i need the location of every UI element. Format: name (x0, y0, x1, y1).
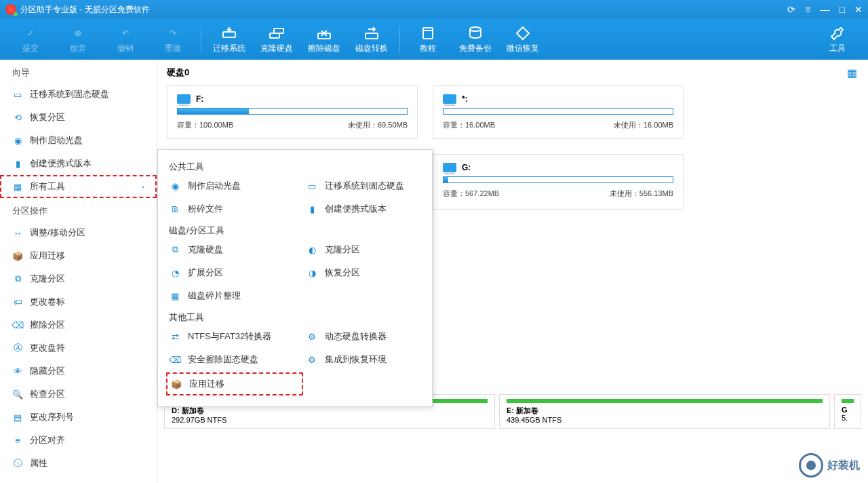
fly-migrate-ssd[interactable]: ▭迁移系统到固态硬盘 (295, 174, 432, 197)
sidebar-item-wipe-part[interactable]: ⌫擦除分区 (0, 313, 157, 336)
ops-header: 分区操作 (0, 198, 157, 221)
grid-icon: ▦ (12, 181, 23, 192)
flyout-section-other: 其他工具 (158, 307, 432, 325)
backup-button[interactable]: 免费备份 (452, 25, 499, 54)
clone-disk-button[interactable]: 克隆硬盘 (253, 25, 300, 54)
sidebar-item-boot-disc[interactable]: ◉制作启动光盘 (0, 129, 157, 152)
sidebar-item-change-label[interactable]: 🏷更改卷标 (0, 290, 157, 313)
undo-icon: ↶ (117, 25, 134, 41)
capacity-label: 容量：100.00MB (177, 120, 233, 130)
wipe-button[interactable]: 擦除磁盘 (300, 25, 348, 54)
tutorial-button[interactable]: 教程 (404, 25, 452, 54)
sidebar-item-migrate-ssd[interactable]: ▭迁移系统到固态硬盘 (0, 83, 157, 106)
fly-clone-disk[interactable]: ⧉克隆硬盘 (158, 238, 295, 261)
disk-icon (177, 94, 191, 104)
watermark: 好装机 (799, 453, 860, 478)
window-title: 分区助手专业版 - 无损分区免费软件 (20, 4, 787, 16)
sidebar-item-all-tools[interactable]: ▦所有工具› (0, 175, 157, 198)
check-icon: ✓ (22, 25, 39, 41)
redo-icon: ↷ (165, 25, 181, 41)
sidebar-item-app-migrate[interactable]: 📦应用迁移 (0, 244, 157, 267)
commit-button[interactable]: ✓提交 (7, 25, 54, 54)
serial-icon: ▤ (12, 412, 23, 423)
recover-icon: ◑ (306, 267, 318, 279)
partition-card[interactable]: *: 容量：16.00MB未使用：16.00MB (433, 85, 684, 139)
fly-boot-disc[interactable]: ◉制作启动光盘 (158, 174, 295, 197)
sidebar-item-recover[interactable]: ⟲恢复分区 (0, 106, 157, 129)
partition-card[interactable]: F: 容量：100.00MB未使用：69.50MB (167, 85, 418, 139)
disk-icon (443, 163, 456, 172)
hide-icon: 👁 (12, 366, 23, 376)
wrench-icon (829, 25, 846, 41)
fly-ntfs-fat[interactable]: ⇄NTFS与FAT32转换器 (158, 325, 295, 348)
sidebar-item-check[interactable]: 🔍检查分区 (0, 383, 157, 406)
partition-name: *: (462, 94, 468, 104)
menu-icon[interactable]: ≡ (805, 4, 810, 15)
letter-icon: Ⓐ (12, 343, 23, 353)
titlebar: 分区助手专业版 - 无损分区免费软件 ⟳ ≡ — □ ✕ (0, 0, 868, 19)
usage-bar (443, 176, 673, 183)
flyout-section-disk: 磁盘/分区工具 (158, 220, 432, 238)
wizard-header: 向导 (0, 60, 157, 83)
fly-app-migrate[interactable]: 📦应用迁移 (166, 372, 303, 395)
wechat-recover-button[interactable]: 微信恢复 (499, 25, 547, 54)
book-icon (420, 25, 436, 41)
app-logo-icon (5, 4, 16, 15)
undo-button[interactable]: ↶撤销 (102, 25, 149, 54)
partition-card[interactable]: G: 容量：567.22MB未使用：556.13MB (433, 154, 684, 210)
fly-clone-part[interactable]: ◐克隆分区 (295, 238, 432, 261)
wipe-icon (316, 25, 332, 41)
wechat-icon (515, 25, 531, 41)
capacity-label: 容量：567.22MB (443, 189, 499, 199)
sidebar-item-serial[interactable]: ▤更改序列号 (0, 406, 157, 429)
disk-strip-item[interactable]: E: 新加卷439.45GB NTFS (499, 394, 830, 429)
fly-recover[interactable]: ◑恢复分区 (295, 261, 432, 284)
chevron-right-icon: › (142, 182, 144, 191)
redo-button[interactable]: ↷重做 (149, 25, 197, 54)
sidebar-item-resize[interactable]: ↔调整/移动分区 (0, 221, 157, 244)
copy-icon: ⧉ (12, 273, 23, 284)
fly-defrag[interactable]: ▦磁盘碎片整理 (158, 284, 295, 307)
minimize-icon[interactable]: — (821, 4, 830, 15)
svg-rect-1 (270, 33, 279, 38)
fly-shred[interactable]: 🗎粉碎文件 (158, 197, 295, 220)
view-toggle-icon[interactable]: ▦ (847, 66, 857, 79)
free-label: 未使用：556.13MB (610, 189, 673, 199)
sidebar-item-clone-part[interactable]: ⧉克隆分区 (0, 267, 157, 290)
info-icon: ⓘ (12, 458, 23, 469)
fly-extend[interactable]: ◔扩展分区 (158, 261, 295, 284)
fly-portable[interactable]: ▮创建便携式版本 (295, 197, 432, 220)
sidebar-item-change-letter[interactable]: Ⓐ更改盘符 (0, 336, 157, 360)
close-icon[interactable]: ✕ (854, 4, 863, 15)
align-icon: ≡ (12, 435, 23, 446)
ssd-icon: ▭ (306, 180, 318, 192)
clone-icon: ⧉ (169, 244, 181, 256)
usage-bar (443, 108, 673, 115)
disk-label: 硬盘0 (167, 66, 859, 79)
fly-integrate[interactable]: ⚙集成到恢复环境 (295, 348, 432, 371)
usb-icon: ▮ (12, 158, 23, 169)
extend-icon: ◔ (169, 267, 181, 279)
fly-dyn-disk[interactable]: ⚙动态硬盘转换器 (295, 325, 432, 348)
sidebar-item-align[interactable]: ≡分区对齐 (0, 429, 157, 452)
discard-button[interactable]: ⊗放弃 (54, 25, 102, 54)
usage-bar (177, 108, 408, 115)
cancel-icon: ⊗ (70, 25, 86, 41)
disk-strip-item[interactable]: G5. (834, 394, 861, 429)
backup-icon (467, 25, 484, 41)
fly-secure-erase[interactable]: ⌫安全擦除固态硬盘 (158, 348, 295, 371)
migrate-button[interactable]: 迁移系统 (205, 25, 253, 54)
dyn-icon: ⚙ (306, 330, 318, 343)
sidebar-item-portable[interactable]: ▮创建便携式版本 (0, 152, 157, 175)
maximize-icon[interactable]: □ (840, 4, 845, 15)
search-icon: 🔍 (12, 389, 23, 400)
convert-button[interactable]: 磁盘转换 (348, 25, 395, 54)
sidebar-item-properties[interactable]: ⓘ属性 (0, 452, 157, 475)
shred-icon: 🗎 (169, 203, 181, 215)
refresh-icon[interactable]: ⟳ (787, 4, 795, 15)
resize-icon: ↔ (12, 227, 23, 238)
svg-rect-0 (223, 32, 235, 37)
convert-icon: ⇄ (169, 330, 181, 343)
tools-button[interactable]: 工具 (814, 25, 861, 54)
sidebar-item-hide[interactable]: 👁隐藏分区 (0, 360, 157, 383)
